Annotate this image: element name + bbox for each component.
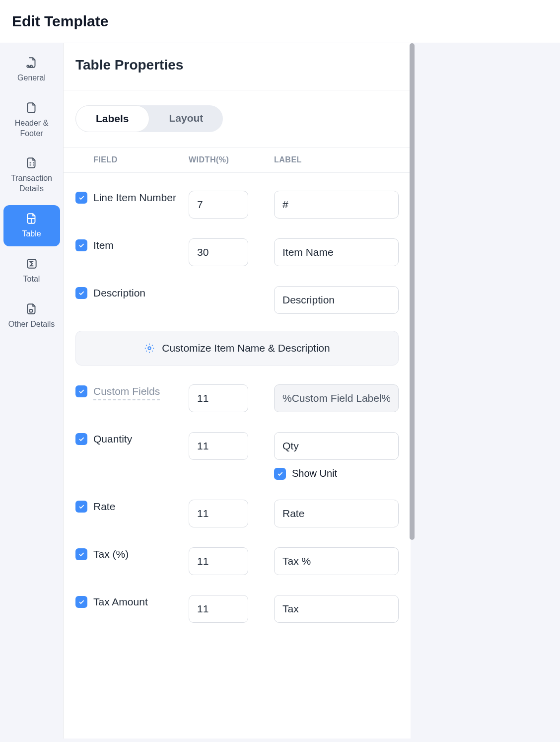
- rows-container: Line Item Number Item Description: [64, 173, 411, 633]
- label-input-rate[interactable]: [274, 500, 399, 527]
- sidebar-item-total[interactable]: Total: [3, 250, 60, 292]
- sidebar: General Header & Footer Transaction Deta…: [0, 43, 63, 739]
- page-title: Edit Template: [12, 13, 548, 30]
- show-unit-label: Show Unit: [292, 468, 337, 479]
- label-input-item[interactable]: [274, 238, 399, 266]
- details-icon: [25, 302, 38, 315]
- row-line-item-number: Line Item Number: [75, 181, 399, 228]
- sidebar-item-label: Other Details: [8, 319, 55, 330]
- field-label: Custom Fields: [93, 384, 160, 400]
- main-layout: General Header & Footer Transaction Deta…: [0, 43, 560, 739]
- row-custom-fields: Custom Fields: [75, 374, 399, 422]
- checkbox-item[interactable]: [75, 239, 87, 251]
- table-icon: [25, 212, 38, 225]
- label-input-description[interactable]: [274, 286, 399, 314]
- sidebar-item-label: Table: [22, 229, 41, 239]
- width-input-item[interactable]: [189, 238, 248, 266]
- page-header: Edit Template: [0, 0, 560, 43]
- sidebar-item-label: Header & Footer: [6, 118, 57, 139]
- sidebar-item-label: Total: [23, 274, 40, 285]
- checkbox-rate[interactable]: [75, 501, 87, 513]
- checkbox-custom-fields[interactable]: [75, 385, 87, 397]
- width-input-quantity[interactable]: [189, 432, 248, 460]
- sidebar-item-label: Transaction Details: [6, 173, 57, 194]
- field-label: Quantity: [93, 432, 132, 446]
- sidebar-item-other-details[interactable]: Other Details: [3, 296, 60, 337]
- sidebar-item-table[interactable]: Table: [3, 205, 60, 246]
- panel-title: Table Properties: [75, 57, 399, 73]
- checkbox-quantity[interactable]: [75, 433, 87, 445]
- sidebar-item-header-footer[interactable]: Header & Footer: [3, 94, 60, 146]
- checkbox-description[interactable]: [75, 287, 87, 299]
- svg-rect-3: [29, 309, 32, 312]
- columns-header: FIELD WIDTH(%) LABEL: [64, 148, 411, 173]
- label-input-custom-fields[interactable]: [274, 384, 399, 412]
- main-panel: Table Properties Labels Layout FIELD WID…: [63, 43, 411, 739]
- checkbox-tax-pct[interactable]: [75, 548, 87, 560]
- field-label: Line Item Number: [93, 191, 176, 205]
- column-header-width: WIDTH(%): [189, 155, 274, 164]
- document-icon: [25, 101, 38, 114]
- tab-labels[interactable]: Labels: [75, 105, 149, 132]
- tab-layout[interactable]: Layout: [149, 105, 223, 132]
- label-input-quantity[interactable]: [274, 432, 399, 460]
- checkbox-tax-amount[interactable]: [75, 596, 87, 608]
- width-input-rate[interactable]: [189, 500, 248, 527]
- sidebar-item-general[interactable]: General: [3, 49, 60, 90]
- label-input-line-item-number[interactable]: [274, 191, 399, 219]
- sigma-icon: [25, 257, 38, 270]
- checkbox-line-item-number[interactable]: [75, 192, 87, 204]
- field-label: Description: [93, 286, 145, 300]
- transaction-icon: [25, 156, 38, 169]
- customize-button-label: Customize Item Name & Description: [162, 342, 330, 354]
- svg-point-4: [148, 347, 151, 350]
- tabs-container: Labels Layout: [64, 90, 411, 148]
- row-quantity: Quantity Show Unit: [75, 422, 399, 490]
- label-input-tax-amount[interactable]: [274, 595, 399, 623]
- tabs: Labels Layout: [75, 105, 223, 132]
- scrollbar[interactable]: [410, 43, 415, 540]
- row-item: Item: [75, 228, 399, 276]
- column-header-field: FIELD: [75, 155, 189, 164]
- row-tax-pct: Tax (%): [75, 537, 399, 585]
- field-label: Rate: [93, 500, 115, 514]
- customize-item-name-button[interactable]: Customize Item Name & Description: [75, 331, 399, 366]
- show-unit-row: Show Unit: [274, 467, 399, 480]
- field-label: Tax Amount: [93, 595, 148, 609]
- row-rate: Rate: [75, 490, 399, 537]
- width-input-line-item-number[interactable]: [189, 191, 248, 219]
- row-tax-amount: Tax Amount: [75, 585, 399, 633]
- label-input-tax-pct[interactable]: [274, 547, 399, 575]
- width-input-tax-pct[interactable]: [189, 547, 248, 575]
- panel-title-row: Table Properties: [64, 43, 411, 90]
- sidebar-item-transaction-details[interactable]: Transaction Details: [3, 149, 60, 201]
- row-description: Description: [75, 276, 399, 324]
- sidebar-item-label: General: [17, 73, 46, 83]
- page-icon: [25, 56, 38, 69]
- field-label: Tax (%): [93, 547, 129, 561]
- column-header-label: LABEL: [274, 155, 399, 164]
- width-input-custom-fields[interactable]: [189, 384, 248, 412]
- field-label: Item: [93, 238, 114, 252]
- width-input-tax-amount[interactable]: [189, 595, 248, 623]
- checkbox-show-unit[interactable]: [274, 468, 286, 480]
